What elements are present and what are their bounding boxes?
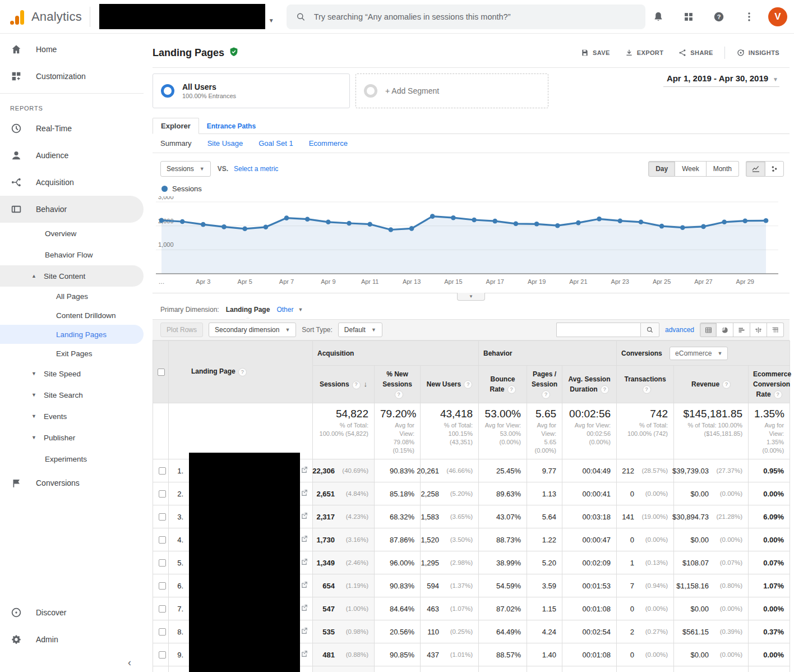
open-page-icon[interactable]	[300, 489, 308, 498]
row-checkbox[interactable]	[159, 628, 166, 636]
help-icon[interactable]: ?	[352, 381, 361, 389]
help-icon[interactable]: ?	[238, 368, 247, 376]
open-page-icon[interactable]	[300, 604, 308, 613]
col-header-pages-session[interactable]: Pages / Session?	[527, 366, 562, 403]
sidebar-item-content-drilldown[interactable]: Content Drilldown	[0, 306, 144, 325]
apps-grid-icon[interactable]	[677, 6, 700, 28]
more-vert-icon[interactable]	[738, 6, 760, 28]
row-checkbox[interactable]	[159, 536, 166, 544]
help-icon[interactable]: ?	[708, 6, 730, 28]
sidebar-item-customization[interactable]: Customization	[0, 63, 144, 90]
primary-dimension-other[interactable]: Other	[276, 306, 293, 314]
tab-entrance-paths[interactable]: Entrance Paths	[199, 119, 264, 134]
granularity-month-button[interactable]: Month	[707, 161, 739, 177]
subtab-goal-set-1[interactable]: Goal Set 1	[258, 139, 293, 148]
sidebar-item-conversions[interactable]: Conversions	[0, 470, 144, 496]
open-page-icon[interactable]	[300, 512, 308, 521]
sidebar-item-behavior[interactable]: Behavior	[0, 196, 144, 223]
sidebar-item-real-time[interactable]: Real-Time	[0, 115, 144, 142]
performance-view-toggle[interactable]	[733, 323, 750, 337]
conversions-selector-dropdown[interactable]: eCommerce▼	[670, 347, 728, 360]
col-header-avg-session-duration[interactable]: Avg. Session Duration?	[562, 366, 617, 403]
sidebar-item-landing-pages[interactable]: Landing Pages	[0, 325, 144, 344]
avatar[interactable]: V	[768, 7, 787, 26]
help-icon[interactable]: ?	[722, 380, 731, 389]
col-header-transactions[interactable]: Transactions?	[617, 366, 674, 403]
sidebar-collapse-icon[interactable]: ‹	[128, 657, 131, 669]
sidebar-item-site-speed[interactable]: ▼Site Speed	[0, 363, 144, 384]
help-icon[interactable]: ?	[507, 385, 516, 394]
motion-chart-toggle[interactable]	[765, 161, 784, 177]
account-selector-redacted[interactable]	[99, 4, 265, 29]
add-segment-button[interactable]: + Add Segment	[356, 73, 548, 108]
row-checkbox[interactable]	[159, 513, 166, 521]
open-page-icon[interactable]	[300, 650, 308, 659]
col-header-pct-new-sessions[interactable]: % New Sessions?	[375, 366, 421, 403]
granularity-day-button[interactable]: Day	[648, 161, 675, 177]
sidebar-item-publisher[interactable]: ▼Publisher	[0, 427, 144, 448]
comparison-view-toggle[interactable]	[750, 323, 767, 337]
analytics-logo[interactable]: Analytics	[9, 7, 90, 27]
row-checkbox[interactable]	[159, 605, 166, 613]
search-input[interactable]	[314, 12, 636, 21]
chart-collapse-handle[interactable]: ▼	[457, 293, 485, 301]
plot-rows-button[interactable]: Plot Rows	[160, 323, 203, 337]
row-checkbox[interactable]	[159, 651, 166, 659]
subtab-summary[interactable]: Summary	[160, 139, 192, 148]
row-checkbox[interactable]	[159, 467, 166, 475]
subtab-ecommerce[interactable]: Ecommerce	[309, 139, 348, 148]
account-caret-icon[interactable]: ▼	[269, 17, 274, 24]
global-search[interactable]	[287, 4, 645, 29]
table-view-toggle[interactable]	[700, 323, 717, 337]
sidebar-item-discover[interactable]: Discover	[0, 599, 144, 626]
sidebar-item-experiments[interactable]: Experiments	[0, 448, 144, 470]
sidebar-item-behavior-flow[interactable]: Behavior Flow	[0, 244, 144, 265]
save-button[interactable]: SAVE	[575, 45, 616, 61]
metric-selector-dropdown[interactable]: Sessions▼	[160, 161, 211, 177]
row-checkbox[interactable]	[159, 582, 166, 590]
sidebar-item-home[interactable]: Home	[0, 36, 144, 63]
export-button[interactable]: EXPORT	[619, 45, 670, 61]
notifications-bell-icon[interactable]	[647, 6, 670, 28]
open-page-icon[interactable]	[300, 627, 308, 636]
secondary-dimension-dropdown[interactable]: Secondary dimension▼	[209, 323, 296, 337]
open-page-icon[interactable]	[300, 535, 308, 544]
help-icon[interactable]: ?	[601, 385, 609, 394]
col-header-landing-page[interactable]: Landing Page?	[169, 341, 313, 403]
help-icon[interactable]: ?	[643, 385, 651, 394]
line-chart-toggle[interactable]	[746, 161, 765, 177]
select-metric-link[interactable]: Select a metric	[234, 165, 278, 173]
col-header-revenue[interactable]: Revenue?	[674, 366, 749, 403]
col-header-new-users[interactable]: New Users?	[421, 366, 479, 403]
pivot-view-toggle[interactable]	[767, 323, 784, 337]
tab-explorer[interactable]: Explorer	[153, 118, 199, 134]
help-icon[interactable]: ?	[542, 390, 550, 399]
help-icon[interactable]: ?	[774, 390, 782, 399]
col-header-bounce-rate[interactable]: Bounce Rate?	[479, 366, 527, 403]
table-search-input[interactable]	[556, 323, 640, 337]
help-icon[interactable]: ?	[464, 380, 472, 389]
percentage-view-toggle[interactable]	[717, 323, 733, 337]
sidebar-item-events[interactable]: ▼Events	[0, 406, 144, 427]
col-header-sessions[interactable]: Sessions?↓	[313, 366, 375, 403]
open-page-icon[interactable]	[300, 466, 308, 475]
date-range-picker[interactable]: Apr 1, 2019 - Apr 30, 2019▼	[663, 71, 779, 87]
sidebar-item-site-content[interactable]: ▲Site Content	[0, 265, 144, 287]
advanced-search-link[interactable]: advanced	[665, 326, 694, 334]
row-checkbox[interactable]	[159, 490, 166, 498]
insights-button[interactable]: INSIGHTS	[731, 45, 785, 61]
sidebar-item-admin[interactable]: Admin	[0, 626, 144, 653]
open-page-icon[interactable]	[300, 558, 308, 567]
sidebar-item-all-pages[interactable]: All Pages	[0, 287, 144, 306]
select-all-checkbox[interactable]	[158, 369, 165, 376]
share-button[interactable]: SHARE	[672, 45, 719, 61]
help-icon[interactable]: ?	[395, 390, 403, 399]
row-checkbox[interactable]	[159, 559, 166, 567]
segment-all-users[interactable]: All Users 100.00% Entrances	[153, 73, 350, 108]
sidebar-item-acquisition[interactable]: Acquisition	[0, 169, 144, 196]
sidebar-item-audience[interactable]: Audience	[0, 142, 144, 169]
sort-type-dropdown[interactable]: Default▼	[338, 323, 382, 337]
sessions-line-chart[interactable]: 1,0002,0003,000…Apr 3Apr 5Apr 7Apr 9Apr …	[156, 196, 778, 291]
table-search-button[interactable]	[640, 323, 659, 337]
primary-dimension-landing-page[interactable]: Landing Page	[224, 306, 273, 314]
